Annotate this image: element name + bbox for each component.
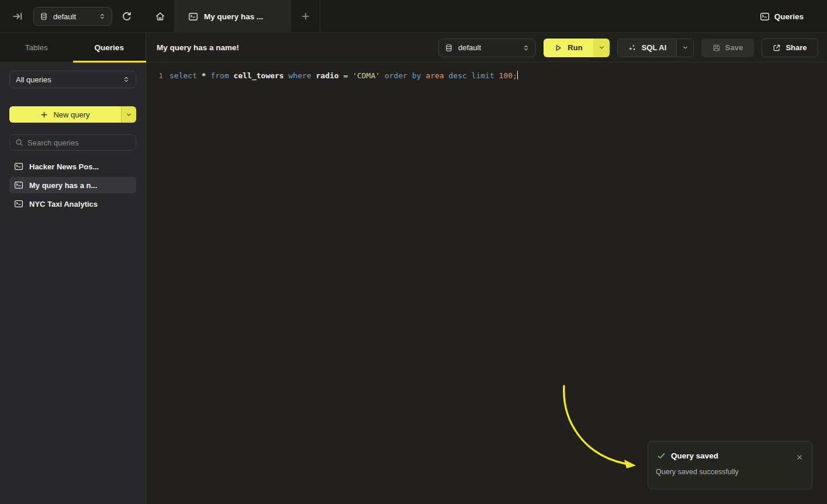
queries-indicator[interactable]: Queries: [760, 0, 804, 33]
query-header: My query has a name! default: [147, 33, 827, 62]
chevron-up-down-icon: [523, 44, 530, 51]
topbar-database-selector[interactable]: default: [33, 7, 112, 26]
database-selector[interactable]: default: [438, 39, 536, 57]
new-query-dropdown-button[interactable]: [121, 106, 136, 123]
new-tab-button[interactable]: [291, 0, 320, 33]
query-item-label: My query has a n...: [29, 181, 97, 190]
sql-editor[interactable]: 1 select * from cell_towers where radio …: [147, 62, 827, 82]
top-bar: default: [0, 0, 827, 33]
refresh-button[interactable]: [121, 11, 133, 22]
sidebar-tab-queries[interactable]: Queries: [73, 33, 146, 62]
query-terminal-icon: [188, 12, 198, 22]
toast-message: Query saved successfully: [656, 468, 804, 476]
database-icon: [40, 12, 48, 20]
sidebar: Tables Queries All queries New q: [0, 33, 146, 504]
close-icon: [796, 454, 803, 461]
chevron-up-down-icon: [99, 13, 106, 20]
collapse-sidebar-button[interactable]: [12, 11, 23, 22]
sql-ai-split-button: SQL AI: [617, 39, 694, 57]
save-icon: [712, 44, 721, 52]
query-filter-select[interactable]: All queries: [9, 71, 136, 88]
check-icon: [657, 451, 666, 460]
sql-ai-label: SQL AI: [642, 43, 667, 52]
sql-ai-button[interactable]: SQL AI: [618, 39, 676, 57]
refresh-icon: [122, 11, 132, 22]
text-cursor: [517, 71, 518, 79]
query-title: My query has a name!: [157, 43, 239, 52]
new-query-button[interactable]: New query: [9, 106, 121, 123]
run-button[interactable]: Run: [544, 39, 593, 57]
search-queries-input[interactable]: [27, 138, 130, 147]
run-dropdown-button[interactable]: [593, 39, 610, 57]
toast-query-saved: Query saved Query saved successfully: [648, 441, 812, 489]
active-tab-underline: [73, 61, 146, 62]
collapse-sidebar-icon: [12, 11, 23, 22]
play-icon: [554, 44, 562, 52]
query-item-label: NYC Taxi Analytics: [29, 200, 98, 208]
share-icon: [773, 44, 781, 52]
chevron-down-icon: [682, 44, 688, 51]
query-terminal-icon: [14, 180, 23, 190]
plus-icon: [40, 111, 48, 119]
tab-strip: My query has ... Queries: [146, 0, 827, 33]
save-label: Save: [725, 43, 743, 52]
run-split-button: Run: [544, 39, 610, 57]
query-item-label: Hacker News Pos...: [29, 162, 99, 171]
query-terminal-icon: [14, 199, 23, 208]
plus-icon: [301, 12, 310, 21]
chevron-down-icon: [598, 44, 605, 51]
query-list-item-my-query[interactable]: My query has a n...: [9, 177, 136, 193]
topbar-database-value: default: [53, 12, 76, 21]
tab-queries-label: Queries: [95, 43, 124, 52]
share-button[interactable]: Share: [762, 39, 818, 57]
sidebar-tab-tables[interactable]: Tables: [0, 33, 73, 62]
home-icon: [155, 11, 165, 22]
sql-ai-dropdown-button[interactable]: [676, 39, 693, 57]
tab-label: My query has ...: [204, 12, 263, 21]
search-icon: [15, 138, 23, 147]
toast-title: Query saved: [671, 451, 718, 460]
query-filter-value: All queries: [16, 75, 51, 84]
line-number: 1: [147, 70, 163, 82]
chevron-up-down-icon: [123, 76, 130, 83]
query-terminal-icon: [14, 162, 23, 171]
toast-header: Query saved: [656, 451, 804, 460]
query-list: Hacker News Pos... My query has a n... N…: [9, 158, 136, 212]
top-bar-left: default: [0, 0, 146, 33]
new-query-split-button: New query: [9, 106, 136, 123]
app-window: default: [0, 0, 827, 504]
save-button[interactable]: Save: [701, 39, 754, 57]
chevron-down-icon: [126, 112, 132, 118]
sidebar-tabs: Tables Queries: [0, 33, 146, 62]
query-controls: default Run: [438, 39, 818, 57]
database-icon: [445, 44, 453, 52]
code-line: 1 select * from cell_towers where radio …: [147, 70, 827, 82]
tab-tables-label: Tables: [25, 43, 48, 52]
new-query-label: New query: [53, 110, 89, 119]
main-panel: My query has a name! default: [147, 33, 827, 504]
toast-close-button[interactable]: [794, 452, 805, 463]
tab-my-query[interactable]: My query has ...: [174, 0, 291, 33]
queries-indicator-label: Queries: [774, 12, 804, 21]
code-line-content: select * from cell_towers where radio = …: [169, 70, 518, 82]
sparkles-icon: [628, 43, 636, 52]
share-label: Share: [786, 43, 807, 52]
query-list-item-nyc-taxi[interactable]: NYC Taxi Analytics: [9, 196, 136, 212]
search-queries-box: [9, 134, 136, 151]
run-label: Run: [568, 43, 582, 52]
home-button[interactable]: [146, 0, 174, 33]
sidebar-content: All queries New query: [0, 62, 146, 212]
database-selector-value: default: [458, 43, 481, 52]
queries-terminal-icon: [760, 12, 770, 22]
query-list-item-hacker-news[interactable]: Hacker News Pos...: [9, 158, 136, 175]
